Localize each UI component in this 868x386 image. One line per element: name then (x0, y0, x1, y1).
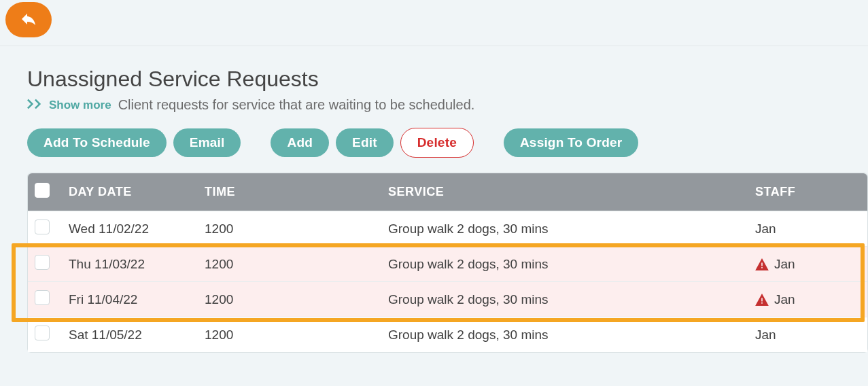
cell-staff: Jan (748, 282, 867, 317)
cell-staff: Jan (748, 247, 867, 282)
cell-staff: Jan (748, 317, 867, 353)
requests-table-wrap: DAY DATE TIME SERVICE STAFF Wed 11/02/22… (27, 173, 868, 353)
cell-day-date: Fri 11/04/22 (62, 282, 198, 317)
cell-service: Group walk 2 dogs, 30 mins (381, 282, 748, 317)
toolbar: Add To Schedule Email Add Edit Delete As… (27, 128, 868, 158)
cell-day-date: Sat 11/05/22 (62, 317, 198, 353)
add-button[interactable]: Add (271, 128, 329, 157)
table-row[interactable]: Sat 11/05/221200Group walk 2 dogs, 30 mi… (28, 317, 867, 353)
col-service: SERVICE (381, 173, 748, 211)
chevrons-icon (27, 99, 42, 112)
col-checkbox (28, 173, 62, 211)
row-checkbox[interactable] (35, 255, 50, 270)
show-more-link[interactable]: Show more (49, 99, 111, 112)
requests-table: DAY DATE TIME SERVICE STAFF Wed 11/02/22… (28, 173, 867, 352)
cell-day-date: Wed 11/02/22 (62, 211, 198, 247)
cell-day-date: Thu 11/03/22 (62, 247, 198, 282)
row-checkbox[interactable] (35, 290, 50, 305)
row-checkbox[interactable] (35, 220, 50, 234)
page-description: Client requests for service that are wai… (118, 97, 475, 113)
select-all-checkbox[interactable] (35, 183, 50, 198)
table-row[interactable]: Thu 11/03/221200Group walk 2 dogs, 30 mi… (28, 247, 867, 282)
col-day-date: DAY DATE (62, 173, 198, 211)
back-button[interactable] (5, 2, 52, 37)
cell-time: 1200 (198, 211, 381, 247)
cell-time: 1200 (198, 317, 381, 353)
email-button[interactable]: Email (173, 128, 241, 157)
assign-to-order-button[interactable]: Assign To Order (504, 128, 638, 157)
cell-service: Group walk 2 dogs, 30 mins (381, 317, 748, 353)
delete-button[interactable]: Delete (400, 128, 474, 158)
table-row[interactable]: Wed 11/02/221200Group walk 2 dogs, 30 mi… (28, 211, 867, 247)
warning-icon (755, 258, 769, 270)
row-checkbox[interactable] (35, 326, 50, 340)
edit-button[interactable]: Edit (336, 128, 394, 157)
reply-arrow-icon (19, 12, 38, 28)
add-to-schedule-button[interactable]: Add To Schedule (27, 128, 167, 157)
cell-time: 1200 (198, 282, 381, 317)
warning-icon (755, 294, 769, 306)
col-staff: STAFF (748, 173, 867, 211)
cell-service: Group walk 2 dogs, 30 mins (381, 247, 748, 282)
cell-staff: Jan (748, 211, 867, 247)
cell-service: Group walk 2 dogs, 30 mins (381, 211, 748, 247)
page-title: Unassigned Service Requests (27, 67, 868, 92)
col-time: TIME (198, 173, 381, 211)
cell-time: 1200 (198, 247, 381, 282)
table-row[interactable]: Fri 11/04/221200Group walk 2 dogs, 30 mi… (28, 282, 867, 317)
